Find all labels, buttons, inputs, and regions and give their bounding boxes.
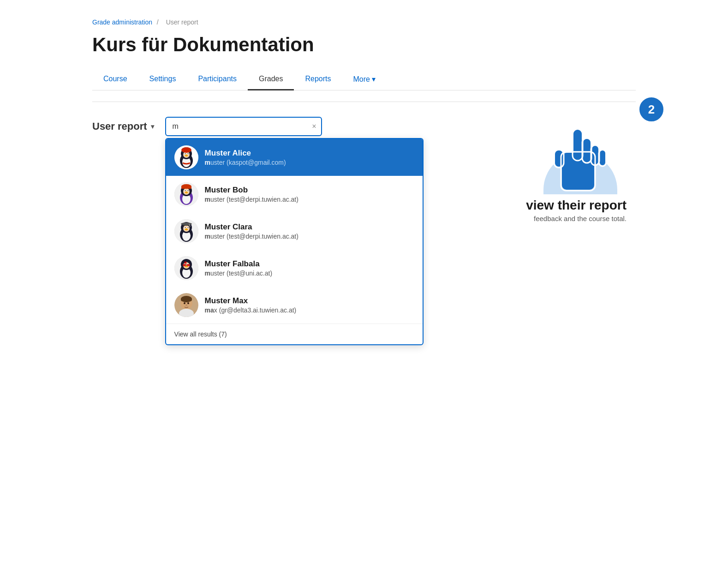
tab-grades[interactable]: Grades <box>248 69 294 90</box>
hand-illustration <box>534 111 627 194</box>
feedback-text: feedback and the course total. <box>479 215 627 222</box>
page-title: Kurs für Dokumentation <box>92 33 636 56</box>
breadcrumb-part1[interactable]: Grade administration <box>92 18 152 26</box>
avatar-alice <box>174 145 198 169</box>
svg-point-9 <box>185 155 188 156</box>
svg-point-33 <box>187 227 188 228</box>
item-sub-alice: muster (kaspot@gmail.com) <box>205 159 286 166</box>
item-name-bob: Muster Bob <box>205 186 298 195</box>
search-dropdown: Muster Alice muster (kaspot@gmail.com) <box>165 138 424 345</box>
dropdown-item-bob[interactable]: Muster Bob muster (test@derpi.tuwien.ac.… <box>166 176 423 213</box>
tab-settings[interactable]: Settings <box>138 69 187 90</box>
svg-rect-49 <box>187 264 190 266</box>
svg-point-20 <box>185 190 185 191</box>
item-text-max: Muster Max max (gr@delta3.ai.tuwien.ac.a… <box>205 296 297 314</box>
view-report-text: view their report <box>479 198 627 213</box>
svg-point-34 <box>185 228 188 230</box>
bold-m-bob: m <box>205 196 210 203</box>
svg-point-59 <box>185 305 187 306</box>
svg-point-12 <box>185 148 187 150</box>
avatar-clara-svg <box>174 219 198 243</box>
search-clear-button[interactable]: × <box>312 122 316 131</box>
search-container: × <box>165 117 322 136</box>
item-name-max: Muster Max <box>205 296 297 306</box>
tab-reports[interactable]: Reports <box>294 69 342 90</box>
item-sub-max: max (gr@delta3.ai.tuwien.ac.at) <box>205 306 297 314</box>
item-text-alice: Muster Alice muster (kaspot@gmail.com) <box>205 149 286 166</box>
dropdown-item-alice[interactable]: Muster Alice muster (kaspot@gmail.com) <box>166 139 423 176</box>
avatar-clara <box>174 219 198 243</box>
svg-rect-48 <box>183 264 186 266</box>
svg-point-36 <box>181 222 192 225</box>
svg-rect-65 <box>600 150 605 165</box>
right-illustration: view their report feedback and the cours… <box>479 111 627 222</box>
avatar-bob <box>174 182 198 206</box>
svg-point-22 <box>185 192 188 193</box>
svg-point-57 <box>184 302 185 304</box>
dropdown-item-clara[interactable]: Muster Clara muster (test@derpi.tuwien.a… <box>166 213 423 250</box>
step-badge: 2 <box>639 97 663 121</box>
item-sub-bob: muster (test@derpi.tuwien.ac.at) <box>205 196 298 203</box>
svg-rect-63 <box>583 139 591 162</box>
svg-rect-24 <box>181 186 191 189</box>
chevron-down-icon: ▾ <box>151 123 154 130</box>
svg-rect-62 <box>573 130 582 160</box>
breadcrumb-part2: User report <box>166 18 198 26</box>
svg-point-8 <box>187 153 188 154</box>
content-area: User report ▾ × <box>92 102 636 162</box>
svg-point-58 <box>187 302 189 304</box>
svg-point-7 <box>185 153 185 154</box>
item-text-bob: Muster Bob muster (test@derpi.tuwien.ac.… <box>205 186 298 203</box>
view-all-results[interactable]: View all results (7) <box>166 324 423 344</box>
item-name-clara: Muster Clara <box>205 222 298 232</box>
avatar-falbala <box>174 256 198 280</box>
tab-more[interactable]: More ▾ <box>342 69 386 90</box>
item-text-falbala: Muster Falbala muster (test@uni.ac.at) <box>205 259 273 277</box>
svg-point-32 <box>185 227 185 228</box>
bold-m-alice: m <box>205 159 210 166</box>
tab-participants[interactable]: Participants <box>187 69 248 90</box>
nav-tabs: Course Settings Participants Grades Repo… <box>92 69 636 90</box>
bold-ma-max: ma <box>205 306 214 314</box>
item-name-falbala: Muster Falbala <box>205 259 273 269</box>
search-input[interactable] <box>165 117 322 136</box>
breadcrumb-separator: / <box>157 18 159 26</box>
avatar-falbala-svg <box>174 256 198 280</box>
item-sub-clara: muster (test@derpi.tuwien.ac.at) <box>205 233 298 240</box>
dropdown-item-max[interactable]: Muster Max max (gr@delta3.ai.tuwien.ac.a… <box>166 287 423 324</box>
avatar-max-svg <box>174 293 198 317</box>
hand-cursor-svg <box>548 125 608 194</box>
breadcrumb: Grade administration / User report <box>92 18 636 26</box>
dropdown-item-falbala[interactable]: Muster Falbala muster (test@uni.ac.at) <box>166 250 423 287</box>
avatar-alice-svg <box>174 145 198 169</box>
svg-rect-56 <box>181 298 192 301</box>
avatar-bob-svg <box>174 182 198 206</box>
svg-point-21 <box>187 190 188 191</box>
chevron-down-icon: ▾ <box>372 75 376 84</box>
item-sub-falbala: muster (test@uni.ac.at) <box>205 270 273 277</box>
bold-m-clara: m <box>205 233 210 240</box>
item-name-alice: Muster Alice <box>205 149 286 158</box>
bold-m-falbala: m <box>205 270 210 277</box>
user-report-title[interactable]: User report ▾ <box>92 120 154 132</box>
item-text-clara: Muster Clara muster (test@derpi.tuwien.a… <box>205 222 298 240</box>
tab-course[interactable]: Course <box>92 69 138 90</box>
avatar-max <box>174 293 198 317</box>
